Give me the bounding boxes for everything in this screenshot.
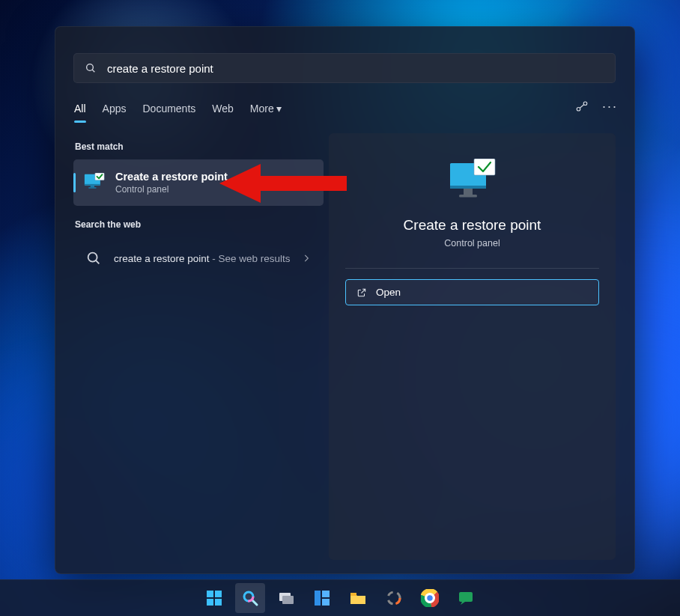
taskbar [0, 579, 680, 616]
tab-apps[interactable]: Apps [103, 100, 127, 118]
web-result-text: create a restore point - See web results [114, 252, 301, 265]
chrome-button[interactable] [415, 583, 445, 613]
system-properties-icon [449, 159, 497, 202]
svg-point-0 [87, 64, 94, 71]
taskbar-search-button[interactable] [235, 583, 265, 613]
tab-web[interactable]: Web [212, 100, 234, 118]
svg-rect-37 [459, 592, 473, 602]
tab-all[interactable]: All [74, 100, 86, 118]
svg-rect-27 [322, 591, 330, 597]
svg-line-1 [92, 70, 94, 72]
start-button[interactable] [199, 583, 229, 613]
chat-app-button[interactable] [451, 583, 481, 613]
svg-rect-28 [322, 599, 330, 606]
svg-rect-12 [450, 186, 486, 189]
search-icon [85, 250, 102, 266]
file-explorer-button[interactable] [343, 583, 373, 613]
svg-rect-25 [282, 596, 294, 604]
svg-rect-5 [85, 184, 100, 186]
search-box[interactable] [73, 53, 616, 83]
svg-rect-26 [315, 591, 321, 606]
detail-subtitle: Control panel [329, 238, 616, 248]
search-icon [85, 62, 97, 74]
result-detail-panel: Create a restore point Control panel Ope… [329, 133, 616, 560]
task-view-button[interactable] [271, 583, 301, 613]
search-input[interactable] [106, 61, 604, 76]
more-options-button[interactable]: ··· [602, 100, 618, 113]
svg-rect-15 [474, 159, 495, 175]
search-flyout: All Apps Documents Web More▾ ··· Best ma… [55, 26, 635, 574]
search-scope-tabs: All Apps Documents Web More▾ [74, 100, 282, 118]
app-loading-icon[interactable] [379, 583, 409, 613]
svg-rect-20 [215, 599, 222, 606]
svg-rect-7 [88, 187, 97, 188]
widgets-button[interactable] [307, 583, 337, 613]
chevron-down-icon: ▾ [276, 103, 282, 115]
svg-rect-29 [350, 593, 356, 596]
svg-rect-13 [464, 189, 473, 195]
route-icon[interactable] [575, 100, 589, 113]
svg-line-22 [252, 600, 257, 605]
svg-point-36 [427, 595, 434, 602]
svg-point-2 [577, 108, 580, 112]
result-title: Create a restore point [115, 170, 228, 183]
system-properties-icon [84, 173, 105, 192]
result-subtitle: Control panel [115, 183, 228, 195]
svg-point-9 [88, 253, 97, 262]
open-button[interactable]: Open [345, 279, 599, 305]
detail-title: Create a restore point [329, 217, 616, 234]
best-match-result[interactable]: Create a restore point Control panel [73, 159, 324, 206]
tab-more[interactable]: More▾ [250, 100, 282, 118]
open-external-icon [356, 287, 367, 298]
svg-rect-17 [207, 591, 213, 597]
tab-documents[interactable]: Documents [142, 100, 195, 118]
section-search-web: Search the web [75, 219, 324, 230]
section-best-match: Best match [75, 141, 324, 152]
chevron-right-icon [301, 253, 312, 263]
svg-line-10 [96, 260, 99, 263]
svg-rect-19 [207, 599, 213, 606]
web-search-result[interactable]: create a restore point - See web results [73, 237, 324, 279]
svg-rect-14 [459, 195, 477, 198]
svg-rect-18 [215, 591, 222, 597]
divider [345, 268, 599, 269]
selection-indicator [73, 173, 76, 192]
svg-point-3 [583, 102, 587, 106]
svg-rect-6 [91, 186, 94, 188]
